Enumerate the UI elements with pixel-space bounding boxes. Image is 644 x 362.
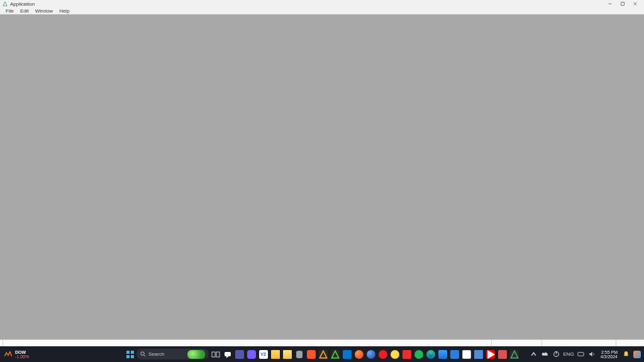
clock-date: 4/3/2024 (601, 354, 618, 359)
volume-icon[interactable] (588, 350, 597, 359)
taskbar-app-b[interactable] (330, 349, 340, 359)
taskbar-app-notes[interactable] (473, 349, 484, 359)
tray-overflow-button[interactable] (529, 350, 538, 359)
close-button[interactable] (629, 0, 641, 8)
start-button[interactable] (125, 349, 135, 359)
taskbar-app-c[interactable] (509, 349, 519, 359)
svg-rect-1 (621, 3, 625, 6)
status-panel-1 (3, 340, 492, 346)
app-icon (3, 1, 8, 6)
taskbar-app-db[interactable] (294, 349, 304, 359)
status-bar (0, 339, 644, 346)
widget-text: DOW -1.00% (15, 350, 29, 359)
taskbar-app-youtube[interactable] (485, 349, 496, 359)
taskbar-app-file-explorer[interactable] (270, 349, 280, 359)
copilot-button[interactable] (633, 350, 641, 359)
maximize-button[interactable] (616, 0, 629, 8)
search-accent-icon (187, 350, 205, 359)
menu-help[interactable]: Help (56, 8, 72, 14)
taskbar-app-store[interactable] (449, 349, 460, 359)
taskbar-app-spotify[interactable] (413, 349, 424, 359)
svg-rect-12 (225, 352, 231, 356)
taskbar-center: Search V2 (125, 346, 519, 362)
svg-rect-10 (212, 352, 215, 357)
svg-rect-7 (131, 355, 134, 358)
taskbar-app-brave[interactable] (306, 349, 316, 359)
taskbar-app-viber[interactable] (246, 349, 257, 359)
taskbar-app-calendar[interactable] (461, 349, 472, 359)
widget-change: -1.00% (15, 354, 29, 359)
taskbar: DOW -1.00% Search V2 (0, 346, 644, 362)
menu-edit[interactable]: Edit (17, 8, 32, 14)
taskbar-app-vnc[interactable]: V2 (258, 349, 269, 359)
taskbar-app-vscode[interactable] (341, 349, 352, 359)
svg-rect-11 (216, 352, 219, 357)
taskbar-app-anydesk[interactable] (401, 349, 412, 359)
widgets-button[interactable]: DOW -1.00% (0, 346, 33, 362)
stocks-icon (4, 350, 13, 359)
taskbar-search[interactable]: Search (136, 349, 209, 359)
search-icon (140, 351, 146, 357)
system-tray: ENG 2:55 PM 4/3/2024 (529, 346, 644, 362)
task-view-button[interactable] (210, 349, 221, 359)
svg-rect-16 (578, 353, 584, 356)
onedrive-icon[interactable] (540, 350, 549, 359)
svg-rect-6 (126, 355, 130, 358)
title-bar: Application (0, 0, 644, 8)
svg-rect-5 (131, 351, 134, 354)
taskbar-app-photos[interactable] (437, 349, 448, 359)
taskbar-app-firefox-dev[interactable] (365, 349, 376, 359)
taskbar-app-emoji[interactable] (389, 349, 400, 359)
widget-symbol: DOW (15, 350, 29, 354)
canvas-area[interactable] (0, 14, 644, 339)
taskbar-app-folder[interactable] (282, 349, 292, 359)
notifications-button[interactable] (621, 350, 630, 359)
search-placeholder: Search (148, 351, 164, 357)
status-panel-3 (542, 340, 616, 346)
taskbar-app-firefox[interactable] (353, 349, 364, 359)
taskbar-app-recorder[interactable] (497, 349, 508, 359)
menu-bar: File Edit Window Help (0, 8, 644, 14)
application-window: Application File Edit Window Help (0, 0, 644, 346)
chat-button[interactable] (222, 349, 233, 359)
taskbar-app-edge[interactable] (425, 349, 436, 359)
taskbar-clock[interactable]: 2:55 PM 4/3/2024 (599, 350, 619, 359)
taskbar-app-a[interactable] (318, 349, 328, 359)
svg-line-9 (144, 355, 145, 356)
svg-point-8 (141, 352, 144, 355)
svg-rect-4 (126, 351, 130, 354)
window-title: Application (10, 1, 35, 7)
taskbar-app-opera[interactable] (377, 349, 388, 359)
menu-window[interactable]: Window (32, 8, 56, 14)
network-icon[interactable] (577, 350, 586, 359)
taskbar-app-teams[interactable] (234, 349, 245, 359)
language-indicator[interactable]: ENG (563, 351, 574, 357)
minimize-button[interactable] (604, 0, 616, 8)
clock-time: 2:55 PM (601, 350, 618, 354)
power-icon[interactable] (552, 350, 560, 359)
menu-file[interactable]: File (3, 8, 17, 14)
status-panel-2 (492, 340, 542, 346)
